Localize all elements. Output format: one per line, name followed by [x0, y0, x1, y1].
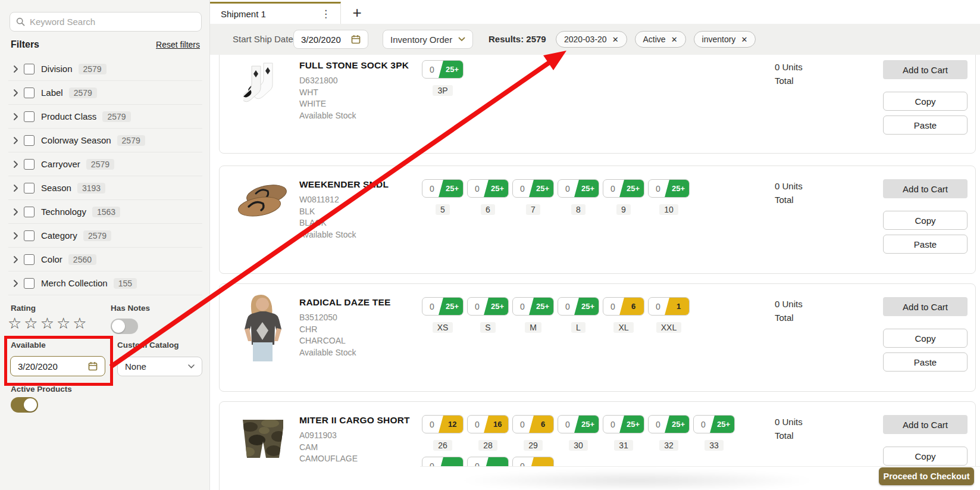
chevron-right-icon[interactable] [8, 113, 23, 121]
size-qty-cell[interactable]: 0 25+ [467, 179, 509, 198]
active-products-toggle[interactable] [11, 397, 38, 413]
chevron-right-icon[interactable] [8, 89, 23, 97]
close-icon[interactable]: ✕ [612, 35, 619, 44]
size-qty-cell[interactable]: 0 25+ [648, 179, 690, 198]
filter-group-label: Category [41, 230, 77, 241]
calendar-icon[interactable] [88, 361, 98, 371]
copy-button[interactable]: Copy [883, 329, 968, 348]
filter-chip[interactable]: inventory ✕ [694, 31, 756, 48]
filter-checkbox[interactable] [24, 64, 35, 74]
filter-group-row[interactable]: Technology 1563 [8, 200, 202, 224]
filter-checkbox[interactable] [24, 278, 35, 289]
size-qty-cell[interactable]: 0 25+ [512, 179, 554, 198]
availability-value: 25+ [627, 420, 644, 429]
tab-shipment-1[interactable]: Shipment 1 ⋮ [209, 2, 341, 24]
filter-checkbox[interactable] [24, 183, 35, 193]
star-icon[interactable]: ☆ [8, 314, 24, 332]
copy-button[interactable]: Copy [883, 447, 968, 466]
size-qty-cell[interactable]: 0 25+ [467, 297, 509, 316]
add-to-cart-button[interactable]: Add to Cart [883, 297, 968, 316]
size-qty-cell[interactable]: 0 1 [648, 297, 690, 316]
size-qty-cell[interactable]: 0 25+ [558, 297, 599, 316]
close-icon[interactable]: ✕ [671, 35, 678, 44]
filter-group-count: 2579 [102, 111, 130, 122]
size-column: 0 25+ 5 [422, 179, 464, 215]
filter-group-row[interactable]: Colorway Season 2579 [8, 129, 202, 152]
size-label: 3P [433, 85, 452, 96]
size-qty-cell[interactable]: 0 6 [603, 297, 644, 316]
chevron-right-icon[interactable] [8, 208, 23, 216]
filter-group-row[interactable]: Season 3193 [8, 176, 202, 200]
filter-checkbox[interactable] [24, 254, 35, 265]
chevron-right-icon[interactable] [8, 160, 23, 168]
filter-chip[interactable]: Active ✕ [635, 31, 686, 48]
reset-filters-link[interactable]: Reset filters [156, 40, 200, 49]
filter-chip[interactable]: 2020-03-20 ✕ [556, 31, 627, 48]
chevron-right-icon[interactable] [8, 232, 23, 240]
filter-group-row[interactable]: Category 2579 [8, 224, 202, 248]
size-qty-cell[interactable]: 0 25+ [603, 179, 644, 198]
chevron-right-icon[interactable] [8, 255, 23, 264]
star-icon[interactable]: ☆ [24, 314, 40, 332]
add-to-cart-button[interactable]: Add to Cart [883, 415, 968, 434]
has-notes-label: Has Notes [111, 304, 150, 313]
size-qty-cell[interactable]: 0 25+ [693, 415, 735, 433]
filter-checkbox[interactable] [24, 207, 35, 217]
star-icon[interactable]: ☆ [73, 314, 89, 332]
size-qty-cell[interactable]: 0 25+ [422, 179, 464, 198]
proceed-to-checkout-button[interactable]: Proceed to Checkout [879, 467, 974, 485]
has-notes-toggle[interactable] [111, 319, 138, 334]
size-qty-cell[interactable]: 0 6 [512, 415, 554, 433]
add-tab-button[interactable]: + [348, 4, 366, 21]
filter-group-row[interactable]: Division 2579 [8, 57, 202, 81]
filter-chip-label: 2020-03-20 [564, 35, 607, 44]
filter-checkbox[interactable] [24, 135, 35, 146]
filter-checkbox[interactable] [24, 230, 35, 241]
filter-group-count: 2579 [83, 230, 111, 241]
size-qty-cell[interactable]: 0 25+ [558, 179, 599, 198]
size-qty-cell[interactable]: 0 25+ [422, 60, 464, 79]
size-qty-cell[interactable]: 0 25+ [512, 297, 554, 316]
size-qty-cell[interactable]: 0 25+ [603, 415, 644, 433]
close-icon[interactable]: ✕ [741, 35, 747, 44]
calendar-icon[interactable] [351, 35, 361, 44]
copy-button[interactable]: Copy [883, 211, 968, 230]
kebab-menu-icon[interactable]: ⋮ [318, 8, 333, 20]
rating-stars[interactable]: ☆☆☆☆☆ [8, 314, 89, 333]
filter-group-row[interactable]: Color 2560 [8, 248, 202, 271]
add-to-cart-button[interactable]: Add to Cart [883, 179, 968, 198]
filter-group-row[interactable]: Merch Collection 155 [8, 271, 202, 295]
filter-group-row[interactable]: Label 2579 [8, 81, 202, 105]
copy-button[interactable]: Copy [883, 92, 968, 111]
availability-badge: 25+ [619, 179, 644, 198]
size-qty-cell[interactable]: 0 25+ [558, 415, 599, 433]
start-ship-date-input[interactable]: 3/20/2020 [293, 30, 368, 49]
available-date-input[interactable]: 3/20/2020 [10, 356, 105, 376]
custom-catalog-select[interactable]: None [117, 357, 202, 376]
search-input[interactable] [30, 17, 184, 27]
chevron-right-icon[interactable] [8, 184, 23, 192]
size-qty-cell[interactable]: 0 12 [422, 415, 464, 433]
star-icon[interactable]: ☆ [57, 314, 73, 332]
star-icon[interactable]: ☆ [40, 314, 57, 332]
filter-checkbox[interactable] [24, 111, 35, 122]
chevron-right-icon[interactable] [8, 65, 23, 73]
paste-button[interactable]: Paste [883, 235, 968, 254]
chevron-right-icon[interactable] [8, 279, 23, 288]
search-box[interactable] [10, 12, 202, 32]
paste-button[interactable]: Paste [883, 352, 968, 372]
size-column: 0 25+ 8 [558, 179, 599, 215]
filter-group-row[interactable]: Carryover 2579 [8, 152, 202, 176]
filter-group-row[interactable]: Product Class 2579 [8, 105, 202, 129]
paste-button[interactable]: Paste [883, 116, 968, 135]
sort-order-select[interactable]: Inventory Order [383, 30, 473, 49]
size-qty-cell[interactable]: 0 25+ [648, 415, 690, 433]
size-label: S [480, 322, 495, 333]
filter-group-count: 3193 [77, 183, 105, 193]
chevron-right-icon[interactable] [8, 136, 23, 145]
add-to-cart-button[interactable]: Add to Cart [883, 60, 968, 79]
size-qty-cell[interactable]: 0 16 [467, 415, 509, 433]
filter-checkbox[interactable] [24, 88, 35, 98]
filter-checkbox[interactable] [24, 159, 35, 170]
size-qty-cell[interactable]: 0 25+ [422, 297, 464, 316]
